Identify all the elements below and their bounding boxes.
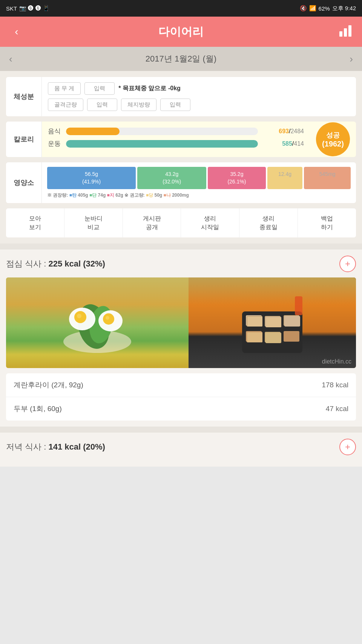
status-right: 🔇 📶 62% 오후 9:42 xyxy=(300,5,356,12)
exercise-current: 585 xyxy=(282,140,292,147)
svg-rect-0 xyxy=(339,31,342,37)
food-progress-container xyxy=(66,128,258,135)
svg-rect-20 xyxy=(284,316,300,327)
main-content: 체성분 몸 무 게 입력 * 목표체중 앞으로 -0kg 골격근량 입력 체지방… xyxy=(0,71,362,243)
svg-point-11 xyxy=(106,316,109,320)
note-carb-val: 405g xyxy=(78,193,88,198)
weight-label-btn: 몸 무 게 xyxy=(48,82,81,95)
food-image-inner xyxy=(6,277,356,368)
nutrition-note: ※ 권장량: ■탄 405g ■단 74g ■지 62g ※ 권고량: ■당 5… xyxy=(47,192,351,199)
note-sugar-val: 50g xyxy=(155,193,163,198)
carb-bar: 56.5g (41.9%) xyxy=(47,167,136,189)
note-sugar-label: ■당 xyxy=(146,193,153,198)
nutrition-bars: 56.5g (41.9%) 43.2g (32.0%) 35.2g (26.1%… xyxy=(47,167,351,189)
exercise-cal-value: 585/414 xyxy=(262,140,304,147)
fat-label-btn: 체지방량 xyxy=(121,99,156,111)
mute-icon: 🔇 xyxy=(300,5,307,12)
sodium-value: 545mg xyxy=(306,171,348,178)
note-high-prefix: ※ 권고량: xyxy=(124,193,144,198)
svg-rect-26 xyxy=(284,331,299,342)
status-bar: SKT 📷 🅖 🅖 📱 🔇 📶 62% 오후 9:42 xyxy=(0,0,362,17)
lunch-section: 점심 식사 : 225 kcal (32%) + xyxy=(0,250,362,427)
note-protein-label: ■단 xyxy=(89,193,97,198)
watermark: dietcHin.cc xyxy=(322,358,351,365)
weight-input-btn[interactable]: 입력 xyxy=(84,82,115,95)
section-divider-2 xyxy=(0,427,362,433)
lunch-food-image[interactable]: dietcHin.cc xyxy=(6,277,356,368)
muscle-row: 골격근량 입력 체지방량 입력 xyxy=(48,99,350,111)
fat-input-btn[interactable]: 입력 xyxy=(160,99,190,111)
section-divider-1 xyxy=(0,243,362,250)
body-comp-content: 몸 무 게 입력 * 목표체중 앞으로 -0kg 골격근량 입력 체지방량 입력 xyxy=(42,77,356,116)
food-item-tofu[interactable]: 두부 (1회, 60g) 47 kcal xyxy=(6,397,356,421)
note-prefix: ※ 권장량: xyxy=(47,193,68,198)
header: ‹ 다이어리 xyxy=(0,17,362,47)
food-item-egg[interactable]: 계란후라이 (2개, 92g) 178 kcal xyxy=(6,373,356,397)
sugar-value: 12.4g xyxy=(270,171,301,178)
body-comp-label: 체성분 xyxy=(6,77,42,116)
next-date-button[interactable]: › xyxy=(350,53,353,65)
success-badge: 성공 (1962) xyxy=(316,122,350,156)
note-sodium-label: ■나 xyxy=(164,193,171,198)
note-carb-label: ■탄 xyxy=(69,193,77,198)
nutrition-section: 영양소 56.5g (41.9%) 43.2g (32.0%) 35.2g (2… xyxy=(6,162,356,203)
date-navigation: ‹ 2017년 1월2일 (월) › xyxy=(0,47,362,71)
btn-cycle-end[interactable]: 생리종료일 xyxy=(239,208,298,237)
note-fat-val: 62g xyxy=(115,193,123,198)
calories-card: 칼로리 음식 693/2484 운동 xyxy=(6,122,356,157)
add-dinner-button[interactable]: + xyxy=(339,439,356,455)
btn-backup[interactable]: 백업하기 xyxy=(298,208,356,237)
protein-bar: 43.2g (32.0%) xyxy=(137,167,206,189)
dinner-header: 저녁 식사 : 141 kcal (20%) + xyxy=(6,439,356,455)
exercise-progress-bar xyxy=(66,140,258,148)
tofu-image xyxy=(189,277,356,368)
page-title: 다이어리 xyxy=(24,24,338,40)
lunch-food-items: 계란후라이 (2개, 92g) 178 kcal 두부 (1회, 60g) 47… xyxy=(6,373,356,421)
badge-label: 성공 xyxy=(326,131,340,140)
status-left: SKT 📷 🅖 🅖 📱 xyxy=(6,5,50,12)
exercise-progress-container xyxy=(66,140,258,148)
body-comp-card: 체성분 몸 무 게 입력 * 목표체중 앞으로 -0kg 골격근량 입력 체지방… xyxy=(6,77,356,116)
calories-content: 음식 693/2484 운동 585/414 xyxy=(42,122,310,157)
carb-value: 56.5g xyxy=(49,171,133,178)
battery-text: 62% xyxy=(319,5,330,12)
nutrition-label: 영양소 xyxy=(6,162,42,203)
lunch-title: 점심 식사 : 225 kcal (32%) xyxy=(6,258,105,270)
status-icons: 📷 🅖 🅖 📱 xyxy=(19,5,50,12)
dinner-title: 저녁 식사 : 141 kcal (20%) xyxy=(6,441,105,453)
chart-icon[interactable] xyxy=(338,24,353,40)
back-button[interactable]: ‹ xyxy=(9,26,24,38)
tofu-name: 두부 (1회, 60g) xyxy=(14,404,62,414)
note-protein-val: 74g xyxy=(98,193,106,198)
fat-bar: 35.2g (26.1%) xyxy=(208,167,265,189)
food-progress-bar xyxy=(66,128,120,135)
protein-pct: (32.0%) xyxy=(140,178,204,186)
note-fat-label: ■지 xyxy=(107,193,114,198)
svg-rect-1 xyxy=(344,28,347,37)
current-date: 2017년 1월2일 (월) xyxy=(146,53,216,65)
wifi-icon: 📶 xyxy=(309,5,316,12)
btn-body-compare[interactable]: 눈바디비교 xyxy=(64,208,123,237)
svg-rect-18 xyxy=(266,317,281,327)
prev-date-button[interactable]: ‹ xyxy=(9,53,12,65)
egg-name: 계란후라이 (2개, 92g) xyxy=(14,380,83,390)
add-lunch-button[interactable]: + xyxy=(339,256,356,272)
egg-cal: 178 kcal xyxy=(322,381,348,389)
dinner-section: 저녁 식사 : 141 kcal (20%) + xyxy=(0,433,362,467)
muscle-label-btn: 골격근량 xyxy=(48,99,83,111)
btn-collection[interactable]: 모아보기 xyxy=(6,208,64,237)
calories-section: 칼로리 음식 693/2484 운동 xyxy=(6,122,356,157)
exercise-calorie-row: 운동 585/414 xyxy=(48,139,304,148)
tofu-cal: 47 kcal xyxy=(326,405,348,413)
svg-point-8 xyxy=(77,314,81,318)
muscle-input-btn[interactable]: 입력 xyxy=(87,99,117,111)
btn-cycle-start[interactable]: 생리시작일 xyxy=(181,208,239,237)
svg-rect-15 xyxy=(247,317,262,327)
btn-board-share[interactable]: 게시판공개 xyxy=(123,208,181,237)
time-label: 오후 9:42 xyxy=(332,5,356,12)
nutrition-card: 영양소 56.5g (41.9%) 43.2g (32.0%) 35.2g (2… xyxy=(6,162,356,203)
action-buttons-row: 모아보기 눈바디비교 게시판공개 생리시작일 생리종료일 백업하기 xyxy=(6,208,356,237)
body-comp-section: 체성분 몸 무 게 입력 * 목표체중 앞으로 -0kg 골격근량 입력 체지방… xyxy=(6,77,356,116)
food-cal-value: 693/2484 xyxy=(262,128,304,135)
sugar-bar: 12.4g xyxy=(267,167,303,189)
